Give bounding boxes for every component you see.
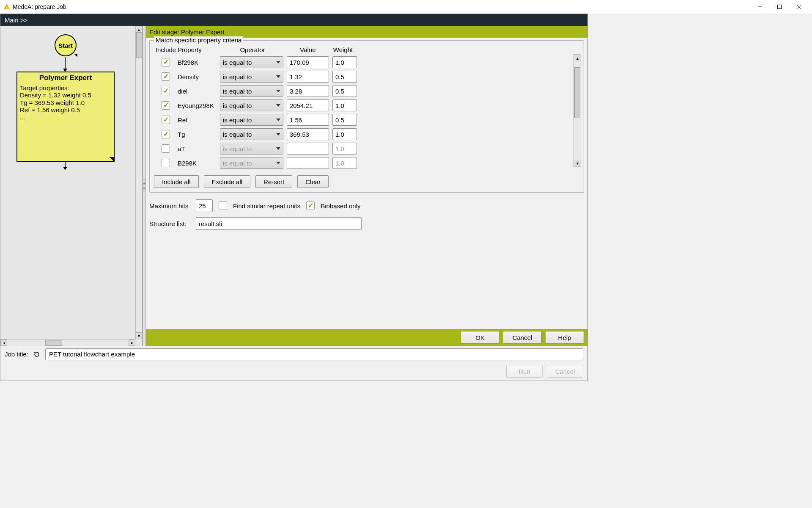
criteria-row: dielis equal to3.280.5	[154, 84, 571, 98]
operator-dropdown[interactable]: is equal to	[220, 157, 283, 169]
scroll-track[interactable]	[7, 340, 129, 346]
include-checkbox[interactable]	[162, 101, 170, 110]
reset-job-title-button[interactable]	[33, 350, 41, 359]
criteria-row: Refis equal to1.560.5	[154, 113, 571, 127]
cancel-button[interactable]: Cancel	[503, 331, 542, 344]
value-input[interactable]: 2054.21	[287, 99, 329, 111]
svg-rect-3	[778, 5, 782, 9]
max-hits-label: Maximum hits	[149, 202, 190, 210]
weight-input[interactable]: 1.0	[332, 128, 357, 140]
scroll-thumb[interactable]	[574, 67, 580, 118]
structure-list-input[interactable]: result.sli	[196, 217, 362, 230]
resort-button[interactable]: Re-sort	[255, 175, 292, 188]
include-checkbox[interactable]	[162, 144, 170, 153]
flowchart-canvas[interactable]: Start Polymer Expert Target properties: …	[0, 26, 142, 346]
close-button[interactable]	[789, 0, 809, 14]
stage-line: ...	[20, 113, 111, 121]
operator-dropdown[interactable]: is equal to	[220, 143, 283, 155]
criteria-headers: Include Property Operator Value Weight	[154, 44, 571, 55]
job-title-label: Job title:	[5, 351, 28, 358]
help-button[interactable]: Help	[545, 331, 584, 344]
include-checkbox[interactable]	[162, 58, 170, 66]
include-checkbox[interactable]	[162, 116, 170, 124]
breadcrumb[interactable]: Main >>	[5, 17, 27, 24]
scroll-down-icon[interactable]: ▾	[574, 160, 581, 166]
max-hits-input[interactable]: 25	[196, 199, 213, 212]
window-title: MedeA: prepare Job	[13, 3, 750, 10]
start-node-label: Start	[58, 42, 73, 49]
job-title-input[interactable]: PET tutorial flowchart example	[45, 348, 583, 360]
biobased-checkbox[interactable]	[306, 202, 315, 210]
scroll-up-icon[interactable]: ▴	[574, 55, 581, 61]
flow-arrow-icon	[65, 57, 66, 72]
canvas-vertical-scrollbar[interactable]: ▴ ▾	[135, 26, 142, 339]
operator-dropdown[interactable]: is equal to	[220, 71, 283, 83]
include-all-button[interactable]: Include all	[154, 175, 199, 188]
weight-input[interactable]: 0.5	[332, 71, 357, 83]
header-weight: Weight	[331, 46, 355, 53]
operator-value: is equal to	[223, 102, 252, 109]
header-include: Include	[154, 46, 178, 53]
footer-cancel-button[interactable]: Cancel	[547, 365, 583, 378]
criteria-vertical-scrollbar[interactable]: ▴ ▾	[573, 54, 581, 167]
weight-input[interactable]: 1.0	[332, 99, 357, 111]
operator-value: is equal to	[223, 145, 252, 152]
panel-splitter[interactable]	[143, 26, 146, 346]
scroll-thumb[interactable]	[45, 340, 62, 346]
include-checkbox[interactable]	[162, 87, 170, 95]
run-button[interactable]: Run	[506, 365, 543, 378]
biobased-label: Biobased only	[321, 202, 360, 210]
minimize-button[interactable]	[750, 0, 770, 14]
scroll-thumb[interactable]	[136, 33, 142, 58]
operator-dropdown[interactable]: is equal to	[220, 56, 283, 68]
resize-handle-icon[interactable]	[110, 157, 115, 162]
value-input[interactable]	[287, 157, 329, 169]
resize-handle-icon[interactable]	[74, 54, 77, 57]
canvas-horizontal-scrollbar[interactable]: ◂ ▸	[0, 339, 135, 346]
include-checkbox[interactable]	[162, 159, 170, 167]
value-input[interactable]: 1.56	[287, 114, 329, 126]
scroll-right-icon[interactable]: ▸	[129, 340, 135, 346]
scroll-up-icon[interactable]: ▴	[136, 26, 142, 33]
value-input[interactable]: 369.53	[287, 128, 329, 140]
header-property: Property	[178, 46, 220, 53]
edit-stage-header: Edit stage: Polymer Expert	[146, 26, 587, 38]
weight-input[interactable]: 1.0	[332, 143, 357, 155]
maximize-button[interactable]	[770, 0, 789, 14]
value-input[interactable]: 1.32	[287, 71, 329, 83]
ok-button[interactable]: OK	[461, 331, 499, 344]
operator-dropdown[interactable]: is equal to	[220, 99, 283, 111]
window-titlebar: MedeA: prepare Job	[0, 0, 812, 14]
scroll-left-icon[interactable]: ◂	[0, 340, 7, 346]
chevron-down-icon	[276, 104, 280, 107]
weight-input[interactable]: 1.0	[332, 56, 357, 68]
chevron-down-icon	[276, 61, 280, 64]
stage-line: Target properties:	[20, 84, 111, 91]
criteria-row: Bf298Kis equal to170.091.0	[154, 55, 571, 69]
operator-dropdown[interactable]: is equal to	[220, 128, 283, 140]
operator-value: is equal to	[223, 59, 252, 66]
clear-button[interactable]: Clear	[297, 175, 329, 188]
criteria-row: aTis equal to1.0	[154, 141, 571, 156]
criteria-legend: Match specific property criteria	[154, 36, 243, 44]
app-frame: Main >> Start Polymer Expert Target prop…	[0, 14, 588, 381]
exclude-all-button[interactable]: Exclude all	[204, 175, 251, 188]
criteria-fieldset: Match specific property criteria Include…	[149, 40, 584, 193]
weight-input[interactable]: 0.5	[332, 114, 357, 126]
stage-node-content: Target properties: Density = 1.32 weight…	[17, 83, 114, 121]
operator-dropdown[interactable]: is equal to	[220, 114, 283, 126]
stage-node-polymer-expert[interactable]: Polymer Expert Target properties: Densit…	[16, 72, 115, 162]
include-checkbox[interactable]	[162, 72, 170, 81]
value-input[interactable]: 170.09	[287, 56, 329, 68]
weight-input[interactable]: 1.0	[332, 157, 357, 169]
value-input[interactable]	[287, 143, 329, 155]
weight-input[interactable]: 0.5	[332, 85, 357, 97]
include-checkbox[interactable]	[162, 130, 170, 138]
criteria-row: Eyoung298Kis equal to2054.211.0	[154, 98, 571, 113]
start-node[interactable]: Start	[55, 34, 77, 56]
operator-dropdown[interactable]: is equal to	[220, 85, 283, 97]
property-name: Eyoung298K	[178, 102, 220, 109]
scroll-down-icon[interactable]: ▾	[136, 332, 142, 339]
value-input[interactable]: 3.28	[287, 85, 329, 97]
find-similar-checkbox[interactable]	[219, 202, 227, 210]
